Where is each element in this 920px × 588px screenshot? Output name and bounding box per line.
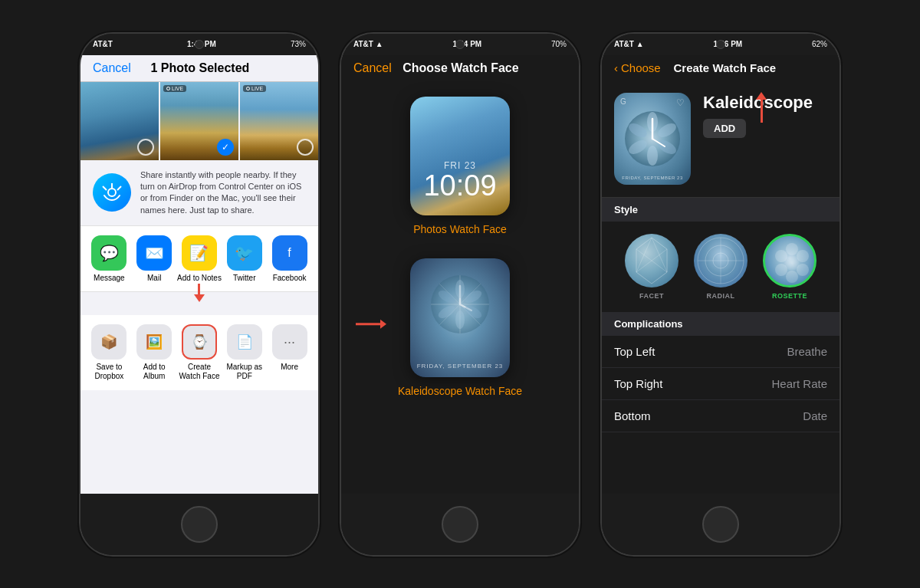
markup-icon: 📄	[227, 324, 262, 360]
style-rosette[interactable]: ROSETTE	[763, 234, 816, 300]
phone-3-home-button[interactable]	[702, 506, 739, 543]
facebook-label: Facebook	[273, 274, 307, 282]
watch-face-list: FRI 23 10:09 Photos Watch Face	[341, 81, 579, 494]
message-label: Message	[94, 274, 125, 282]
photo-3[interactable]: LIVE	[240, 82, 318, 160]
photo-2-live-badge: LIVE	[163, 85, 186, 92]
watch-detail-svg	[622, 108, 683, 169]
complication-bottom[interactable]: Bottom Date	[602, 400, 840, 432]
rosette-svg	[765, 236, 816, 287]
style-radial[interactable]: RADIAL	[694, 234, 748, 300]
phone-1-nav-title: 1 Photo Selected	[150, 61, 249, 75]
action-watch-face[interactable]: ⌚ Create Watch Face	[177, 324, 222, 381]
share-facebook[interactable]: f Facebook	[267, 235, 312, 282]
share-notes[interactable]: 📝 Add to Notes	[177, 235, 222, 282]
dropbox-label: Save to Dropbox	[87, 363, 132, 381]
kaleido-watch-face-item[interactable]: FRIDAY, SEPTEMBER 23 Kaleidoscope Watch …	[398, 258, 522, 397]
svg-point-40	[775, 264, 787, 276]
complication-top-right[interactable]: Top Right Heart Rate	[602, 368, 840, 400]
complication-top-left[interactable]: Top Left Breathe	[602, 336, 840, 368]
svg-point-36	[786, 243, 798, 255]
red-down-arrow	[194, 284, 205, 302]
airdrop-section: Share instantly with people nearby. If t…	[80, 160, 318, 227]
red-up-arrow	[756, 92, 767, 123]
style-section: Style FACET	[602, 198, 840, 312]
phone-1-carrier: AT&T	[93, 40, 113, 48]
phone-3-bottom	[602, 494, 840, 555]
action-row: 📦 Save to Dropbox 🖼️ Add to Album ⌚ Crea…	[80, 315, 318, 390]
svg-point-41	[797, 264, 809, 276]
phone-1-cancel-button[interactable]: Cancel	[93, 61, 131, 75]
svg-point-20	[647, 146, 658, 166]
share-twitter[interactable]: 🐦 Twitter	[222, 235, 267, 282]
phone-3-screen: ‹ Choose Create Watch Face	[602, 55, 840, 494]
phone-2-home-button[interactable]	[442, 506, 478, 543]
phone-1-screen: Cancel 1 Photo Selected LIVE ✓	[80, 55, 318, 494]
kaleido-watch-face-bg: FRIDAY, SEPTEMBER 23	[410, 258, 510, 377]
radial-circle	[694, 234, 748, 287]
share-row: 💬 Message ✉️ Mail 📝 Add to Notes	[80, 226, 318, 292]
back-label: Choose	[621, 61, 661, 74]
svg-point-39	[797, 250, 809, 262]
complications-section-title: Complications	[602, 312, 840, 336]
svg-point-0	[108, 189, 116, 196]
album-label: Add to Album	[132, 363, 177, 381]
add-button[interactable]: ADD	[703, 119, 746, 138]
phone-3-back-button[interactable]: ‹ Choose	[614, 61, 661, 74]
phone-2-cancel-button[interactable]: Cancel	[353, 61, 392, 75]
phone-2: AT&T ▲ 1:44 PM 70% Cancel Choose Watch F…	[341, 34, 579, 555]
style-facet[interactable]: FACET	[625, 234, 678, 300]
photos-watch-face-item[interactable]: FRI 23 10:09 Photos Watch Face	[410, 97, 510, 235]
photo-3-live-badge: LIVE	[243, 85, 266, 92]
facet-label: FACET	[639, 292, 664, 300]
more-icon: ···	[272, 324, 307, 360]
kaleido-arrow-right	[356, 317, 386, 334]
kaleido-svg-art	[429, 274, 491, 335]
phone-3-battery: 62%	[812, 40, 827, 48]
phone-2-top-bar: AT&T ▲ 1:44 PM 70%	[341, 34, 579, 55]
airdrop-svg	[101, 182, 123, 203]
mail-label: Mail	[147, 274, 161, 282]
rosette-label: ROSETTE	[772, 292, 807, 300]
phone-1-nav: Cancel 1 Photo Selected	[80, 55, 318, 82]
watch-thumb-date: FRIDAY, SEPTEMBER 23	[614, 176, 691, 180]
photo-1-select[interactable]	[137, 139, 154, 156]
svg-point-38	[775, 250, 787, 262]
facet-svg	[625, 234, 678, 287]
svg-point-13	[455, 310, 465, 329]
photo-1[interactable]	[80, 82, 159, 160]
phone-1-home-button[interactable]	[181, 506, 218, 543]
phone-1-photo-grid: LIVE ✓ LIVE	[80, 82, 318, 160]
action-markup[interactable]: 📄 Markup as PDF	[222, 324, 267, 381]
g-icon: G	[620, 97, 626, 106]
photo-2-select[interactable]: ✓	[217, 139, 234, 156]
photo-3-select[interactable]	[297, 139, 314, 156]
twitter-label: Twitter	[233, 274, 255, 282]
rosette-circle	[763, 234, 816, 287]
phone-3-camera	[716, 40, 725, 49]
photo-2[interactable]: LIVE ✓	[160, 82, 238, 160]
share-message[interactable]: 💬 Message	[87, 235, 132, 282]
share-mail[interactable]: ✉️ Mail	[132, 235, 177, 282]
live-label-2: LIVE	[251, 86, 263, 91]
action-album[interactable]: 🖼️ Add to Album	[132, 324, 177, 381]
action-more[interactable]: ··· More	[267, 324, 312, 381]
phone-2-carrier: AT&T ▲	[353, 40, 383, 48]
phone-2-nav-title: Choose Watch Face	[402, 61, 518, 75]
action-dropbox[interactable]: 📦 Save to Dropbox	[87, 324, 132, 381]
watch-face-label: Create Watch Face	[177, 363, 222, 381]
top-right-label: Top Right	[614, 377, 662, 390]
live-dot-2	[246, 87, 250, 90]
twitter-icon: 🐦	[227, 235, 262, 271]
svg-point-37	[786, 271, 798, 283]
notes-icon: 📝	[182, 235, 217, 271]
phone-3-carrier: AT&T ▲	[614, 40, 644, 48]
watch-detail-section: G ♡ FRIDAY, SEPTEMBER 23 Kaleidoscope AD…	[602, 80, 840, 198]
album-icon: 🖼️	[136, 324, 172, 360]
watch-detail-thumb: G ♡ FRIDAY, SEPTEMBER 23	[614, 93, 691, 185]
facet-circle	[625, 234, 678, 287]
top-left-label: Top Left	[614, 345, 655, 358]
watch-face-icon: ⌚	[182, 324, 217, 360]
bottom-label: Bottom	[614, 409, 651, 422]
top-left-value: Breathe	[787, 345, 827, 358]
